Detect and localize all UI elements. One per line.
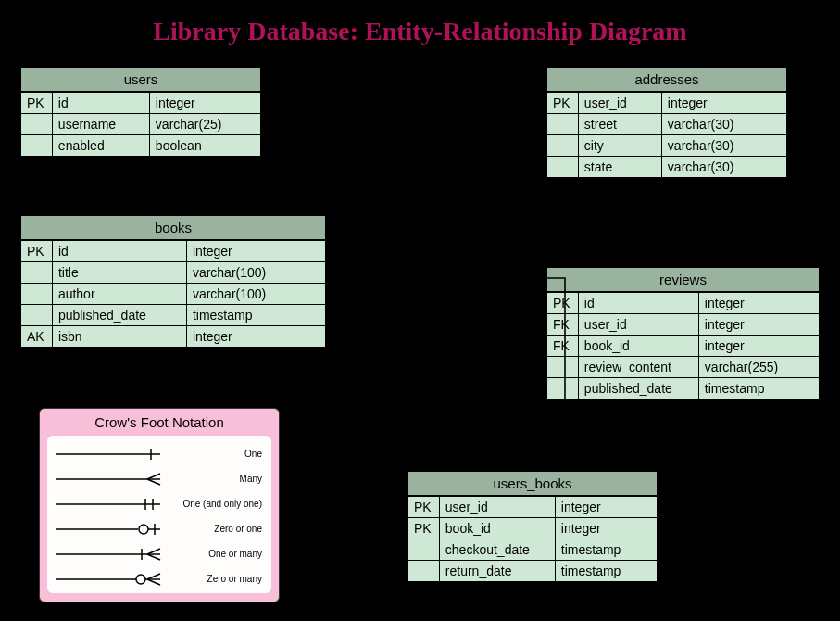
cell-key	[547, 377, 579, 399]
cell-type: integer	[150, 92, 260, 113]
svg-line-34	[446, 460, 454, 471]
svg-point-9	[139, 525, 148, 534]
cell-field: author	[53, 283, 187, 304]
cell-type: varchar(30)	[662, 156, 786, 177]
cell-type: varchar(100)	[187, 261, 325, 283]
cell-type: varchar(30)	[662, 113, 786, 134]
cell-type: integer	[556, 496, 657, 517]
crowsfoot-one-only-icon	[53, 495, 164, 513]
svg-point-17	[136, 575, 145, 584]
cell-type: integer	[699, 335, 819, 356]
legend-label: One (and only one)	[164, 499, 266, 509]
cell-type: timestamp	[556, 560, 657, 581]
svg-line-29	[533, 308, 546, 315]
cell-field: id	[579, 292, 699, 313]
crowsfoot-zero-many-icon	[53, 570, 164, 589]
crowsfoot-one-many-icon	[53, 545, 164, 564]
legend-label: Zero or many	[164, 574, 266, 584]
cell-type: varchar(30)	[662, 134, 786, 156]
cell-field: book_id	[579, 335, 699, 356]
cell-field: return_date	[440, 560, 556, 581]
cell-type: varchar(25)	[150, 113, 260, 134]
cell-field: user_id	[440, 496, 556, 517]
svg-line-40	[533, 336, 546, 344]
table-users-books-header: users_books	[408, 472, 657, 496]
cell-type: integer	[662, 92, 786, 113]
cell-field: published_date	[579, 377, 699, 399]
legend-title: Crow's Foot Notation	[47, 414, 271, 430]
svg-line-20	[147, 579, 160, 585]
cell-key: FK	[547, 313, 579, 335]
cell-field: user_id	[579, 313, 699, 335]
svg-line-35	[454, 460, 461, 471]
cell-field: title	[53, 261, 187, 283]
cell-field: isbn	[53, 325, 187, 347]
cell-type: varchar(100)	[187, 283, 325, 304]
cell-key	[21, 113, 53, 134]
cell-key: AK	[21, 325, 53, 347]
cell-type: integer	[699, 292, 819, 313]
cell-type: timestamp	[556, 539, 657, 560]
cell-key	[21, 304, 53, 325]
table-books-header: books	[21, 216, 325, 240]
cell-key	[408, 560, 440, 581]
cell-field: published_date	[53, 304, 187, 325]
cell-type: integer	[187, 240, 325, 261]
cell-field: username	[53, 113, 150, 134]
cell-key	[21, 134, 53, 156]
cell-key	[547, 156, 579, 177]
svg-point-24	[511, 94, 522, 105]
table-reviews: reviews PKidinteger FKuser_idinteger FKb…	[546, 267, 820, 399]
legend-label: Many	[164, 474, 266, 484]
cell-type: integer	[556, 517, 657, 539]
svg-point-33	[448, 447, 459, 458]
cell-field: checkout_date	[440, 539, 556, 560]
cell-field: street	[579, 113, 662, 134]
cell-field: state	[579, 156, 662, 177]
svg-point-38	[511, 331, 522, 342]
svg-line-14	[147, 549, 160, 554]
page-title: Library Database: Entity-Relationship Di…	[0, 0, 840, 46]
cell-key: PK	[21, 92, 53, 113]
table-users-header: users	[21, 68, 260, 92]
crowsfoot-one-icon	[53, 445, 164, 463]
cell-type: timestamp	[187, 304, 325, 325]
svg-line-19	[147, 574, 160, 579]
svg-point-28	[511, 310, 522, 321]
crowsfoot-zero-one-icon	[53, 520, 164, 539]
cell-field: review_content	[579, 356, 699, 377]
cell-key	[547, 356, 579, 377]
cell-type: integer	[187, 325, 325, 347]
cell-type: timestamp	[699, 377, 819, 399]
table-books: books PKidinteger titlevarchar(100) auth…	[20, 215, 326, 348]
legend-label: One or many	[164, 549, 266, 559]
table-addresses: addresses PKuser_idinteger streetvarchar…	[546, 67, 787, 178]
cell-key: FK	[547, 335, 579, 356]
svg-line-44	[558, 460, 565, 471]
cell-key: PK	[547, 92, 579, 113]
table-addresses-header: addresses	[547, 68, 786, 92]
cell-field: enabled	[53, 134, 150, 156]
legend-label: One	[164, 449, 266, 459]
table-users: users PKidinteger usernamevarchar(25) en…	[20, 67, 261, 157]
cell-key	[21, 283, 53, 304]
cell-field: id	[53, 92, 150, 113]
cell-key	[547, 134, 579, 156]
cell-key: PK	[408, 496, 440, 517]
cell-key	[21, 261, 53, 283]
cell-key: PK	[21, 240, 53, 261]
cell-key	[547, 113, 579, 134]
legend-label: Zero or one	[164, 524, 266, 534]
cell-field: book_id	[440, 517, 556, 539]
cell-key: PK	[408, 517, 440, 539]
svg-line-39	[533, 329, 546, 336]
svg-line-4	[147, 479, 160, 485]
crows-foot-legend: Crow's Foot Notation One Many One (and o…	[39, 408, 280, 602]
svg-line-30	[533, 315, 546, 323]
cell-key	[408, 539, 440, 560]
cell-field: city	[579, 134, 662, 156]
svg-line-15	[147, 554, 160, 560]
cell-field: id	[53, 240, 187, 261]
svg-line-3	[147, 474, 160, 479]
svg-line-45	[565, 460, 572, 471]
